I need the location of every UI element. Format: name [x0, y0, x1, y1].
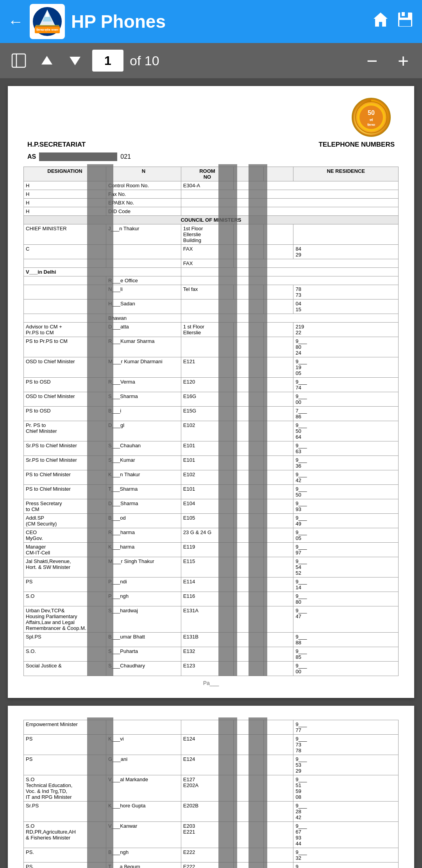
row-p2 [263, 662, 293, 676]
table-row: OSD to Chief Minister M___r Kumar Dharma… [24, 357, 399, 378]
row-name: P___ndi [106, 577, 181, 592]
redact-col-2-1 [87, 717, 113, 868]
row-p2 [263, 421, 293, 441]
total-pages-label: of 10 [130, 53, 159, 68]
row-res: 9___74 [293, 378, 399, 392]
row-p2 [263, 285, 293, 299]
table-row: V___in Delhi [24, 268, 399, 276]
row-name: V___al Markande [106, 775, 181, 802]
row-name: B___ngh [106, 848, 181, 863]
zoom-out-button[interactable]: − [361, 50, 383, 72]
row-res: 9___36 [293, 456, 399, 470]
row-name: D___Sharma [106, 499, 181, 514]
table-row: Addl.SP(CM Security) B___od E105 9___49 [24, 514, 399, 528]
row-p2 [263, 357, 293, 378]
row-extra [181, 276, 398, 285]
info-row-3: H EPABX No. [24, 199, 399, 207]
row-res [293, 224, 399, 245]
redact-col-2 [218, 164, 237, 676]
row-p2 [263, 470, 293, 485]
app-title: HP Phones [71, 11, 365, 32]
redact-col-2-2 [218, 717, 237, 868]
row-name: N___li [106, 285, 181, 299]
app-bar: ← हिमाचल प्रदेश सरकार HP Phones [0, 0, 422, 43]
sidebar-toggle-button[interactable] [8, 50, 30, 72]
redact-col-2-3 [249, 717, 267, 868]
row-name: S___Sharma [106, 392, 181, 407]
as-row: AS 021 [23, 152, 399, 161]
row-name: R___Kumar Sharma [106, 337, 181, 357]
table-row: CHIEF MINISTER J___n Thakur 1st FloorEll… [24, 224, 399, 245]
table-row: PS to OSD R___Verma E120 9___74 [24, 378, 399, 392]
row-name: S___hardwaj [106, 606, 181, 633]
row-name: K___vi [106, 735, 181, 755]
row-p2 [263, 485, 293, 499]
info-row-4: H DID Code [24, 207, 399, 216]
row-name: K___hore Gupta [106, 802, 181, 822]
col-phone2 [263, 167, 293, 181]
row-name: K___harma [106, 543, 181, 557]
row-res: 9___14 [293, 577, 399, 592]
row-p2 [263, 543, 293, 557]
row-res: 7___86 [293, 407, 399, 421]
table-row: CEOMyGov. R___harma 23 G & 24 G 9___05 [24, 528, 399, 543]
page-number-input[interactable] [92, 50, 123, 72]
row-name: S___Chaudhary [106, 662, 181, 676]
home-button[interactable] [371, 10, 390, 33]
info-value-4: DID Code [106, 207, 181, 216]
row-p2 [263, 224, 293, 245]
page-badge: 50 वर्ष हिमाचल [352, 98, 391, 137]
main-table-2: Empowerment Minister 9___77 PS K___vi E1… [23, 720, 399, 868]
row-name [106, 259, 181, 268]
redact-col-3 [249, 164, 267, 676]
page-up-button[interactable] [36, 50, 58, 72]
back-button[interactable]: ← [8, 13, 23, 30]
row-name: R___e Office [106, 276, 181, 285]
info-value-3: EPABX No. [106, 199, 181, 207]
row-res: 9___5064 [293, 421, 399, 441]
redacted-field [39, 152, 117, 161]
row-p2 [263, 456, 293, 470]
row-res: 9___80 [293, 592, 399, 606]
row-p2 [263, 323, 293, 337]
row-res: 9___00 [293, 662, 399, 676]
row-name: R___Verma [106, 378, 181, 392]
row-name: P___ngh [106, 592, 181, 606]
save-button[interactable] [396, 11, 414, 32]
row-p2 [263, 528, 293, 543]
row-p2 [263, 499, 293, 514]
table-row: Sr.PS to Chief Minister S___Chauhan E101… [24, 441, 399, 456]
col-name: N [106, 167, 181, 181]
row-p2 [263, 557, 293, 577]
row-p2 [263, 441, 293, 456]
row-p2 [263, 606, 293, 633]
row-name: J___n Thakur [106, 224, 181, 245]
row-name [106, 245, 181, 259]
redact-col-1 [87, 164, 113, 676]
row-res: 9___88 [293, 633, 399, 647]
table-row: PS to Chief Minister K___n Thakur E102 9… [24, 470, 399, 485]
table-row: Sr.PS K___hore Gupta E202B 9___2842 [24, 802, 399, 822]
table-row: Press Secretaryto CM D___Sharma E104 9__… [24, 499, 399, 514]
row-res: 9___2842 [293, 802, 399, 822]
badge-inner: 50 वर्ष हिमाचल [354, 100, 389, 135]
row-name: T___Sharma [106, 485, 181, 499]
row-res: 9___8024 [293, 337, 399, 357]
row-p2 [263, 392, 293, 407]
svg-text:वर्ष: वर्ष [369, 118, 373, 122]
row-extra [181, 314, 398, 323]
as-label: AS [27, 153, 36, 160]
table-row: OSD to Chief Minister S___Sharma E16G 9_… [24, 392, 399, 407]
row-p2 [263, 775, 293, 802]
pdf-page-2: Empowerment Minister 9___77 PS K___vi E1… [8, 706, 414, 868]
table-row: Sr.PS to Chief Minister S___Kumar E101 9… [24, 456, 399, 470]
row-res: 9___5329 [293, 755, 399, 775]
row-name: M___r Kumar Dharmani [106, 357, 181, 378]
row-name: K___n Thakur [106, 470, 181, 485]
info-extra-2 [181, 190, 398, 199]
zoom-in-button[interactable]: + [392, 50, 414, 72]
svg-rect-10 [402, 12, 405, 16]
hp-logo: हिमाचल प्रदेश सरकार [30, 4, 65, 39]
table-row: Jal Shakti,Revenue,Hort. & SW Minister M… [24, 557, 399, 577]
page-down-button[interactable] [64, 50, 86, 72]
